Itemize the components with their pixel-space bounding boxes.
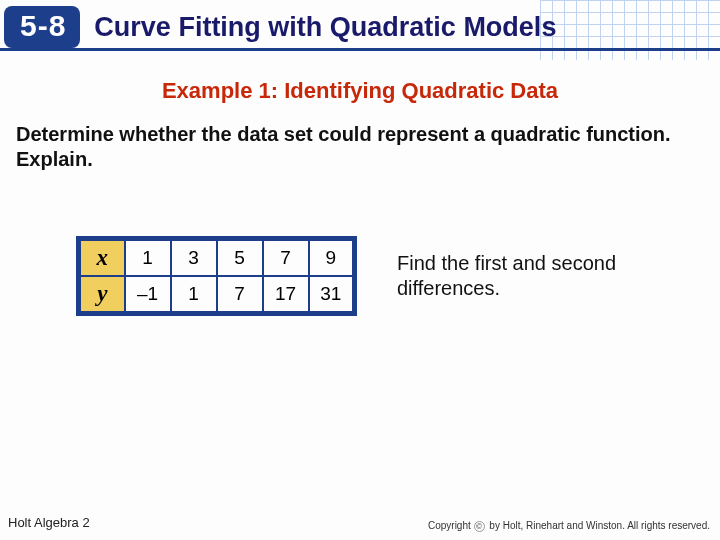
copyright-text: by Holt, Rinehart and Winston. All right…: [489, 520, 710, 531]
footer-copyright: Copyright © by Holt, Rinehart and Winsto…: [428, 520, 710, 532]
cell: 31: [309, 276, 355, 314]
header-bar: 5-8 Curve Fitting with Quadratic Models: [0, 6, 720, 48]
copyright-icon: ©: [474, 521, 485, 532]
cell: 9: [309, 239, 355, 277]
instruction-text: Find the first and second differences.: [397, 251, 690, 301]
table-row: x 1 3 5 7 9: [79, 239, 355, 277]
cell: 5: [217, 239, 263, 277]
content-row: x 1 3 5 7 9 y –1 1 7 17 31 Find the firs…: [76, 236, 690, 316]
section-badge: 5-8: [4, 6, 80, 48]
table-row: y –1 1 7 17 31: [79, 276, 355, 314]
cell: 17: [263, 276, 309, 314]
cell: 1: [171, 276, 217, 314]
cell: 1: [125, 239, 171, 277]
header-underline: [0, 48, 720, 51]
problem-prompt: Determine whether the data set could rep…: [16, 122, 704, 172]
footer-textbook-name: Holt Algebra 2: [8, 515, 90, 530]
copyright-word: Copyright: [428, 520, 471, 531]
example-heading: Example 1: Identifying Quadratic Data: [0, 78, 720, 104]
lesson-title: Curve Fitting with Quadratic Models: [94, 12, 556, 43]
row-label-x: x: [79, 239, 125, 277]
data-table: x 1 3 5 7 9 y –1 1 7 17 31: [76, 236, 357, 316]
cell: –1: [125, 276, 171, 314]
row-label-y: y: [79, 276, 125, 314]
cell: 3: [171, 239, 217, 277]
cell: 7: [217, 276, 263, 314]
cell: 7: [263, 239, 309, 277]
